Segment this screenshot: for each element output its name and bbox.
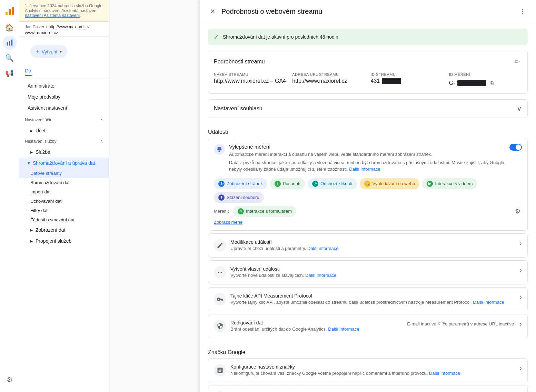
list-item-connected-tags[interactable]: Správa připojených značek webu Nahrajte … (208, 385, 528, 392)
measurement-id-value: G- ●●●●●●●●●● ⧉ (449, 78, 522, 88)
stream-details-title-row[interactable]: Podrobnosti streamu ✏ (208, 51, 527, 72)
settings-service-chevron[interactable]: ∧ (100, 139, 103, 144)
consent-title: Nastavení souhlasu (214, 105, 262, 112)
stream-id-label: ID STREAMU (371, 72, 444, 77)
create-label: Vytvořit (42, 49, 58, 54)
sidebar-item-service[interactable]: ▸ Služba (19, 147, 109, 158)
data-redaction-desc: Brání odesílání určitých dat do Google A… (230, 326, 407, 332)
em-desc2: Data z prvků na stránce, jako jsou odkaz… (229, 159, 509, 173)
info-bar: 1. července 2024 nahradila služba Google… (19, 0, 109, 22)
tag-settings-arrow-icon: › (519, 364, 522, 372)
sidebar-item-data-deletion[interactable]: Žádosti o smazání dat (19, 215, 109, 224)
chip-label-outbound: Odchozí kliknutí (320, 181, 353, 186)
stream-id-value: 431 ●●●●●● (371, 78, 444, 84)
consent-title-row[interactable]: Nastavení souhlasu ∨ (208, 100, 527, 118)
copy-measurement-id-button[interactable]: ⧉ (488, 78, 496, 88)
stream-details-panel: ✕ Podrobnosti o webovém streamu ⋮ ✓ Shro… (200, 0, 536, 392)
property-url-label: http://www.maxiorel.cz (49, 24, 90, 29)
more-options-button[interactable]: ⋮ (517, 6, 528, 17)
settings-account-chevron[interactable]: ∧ (100, 118, 103, 122)
custom-events-title: Vytvořit vlastní události (230, 266, 519, 272)
sidebar-item-data-filters[interactable]: Filtry dat (19, 206, 109, 215)
google-tag-section: Značka Google Konfigurace nastavení znač… (208, 344, 528, 392)
sidebar-item-setup-assistant[interactable]: Asistent nastavení (19, 102, 109, 113)
info-bar-text: 1. července 2024 nahradila služba Google… (25, 3, 102, 13)
sidebar-data-collect-label: Shromažďování dat (30, 180, 70, 185)
sidebar-item-data-import[interactable]: Import dat (19, 187, 109, 197)
stream-name-col: NÁZEV STREAMU http://www.maxiorel.cz – G… (214, 72, 287, 88)
nav-settings-bottom[interactable]: ⚙ (3, 373, 17, 386)
measurement-label: Měření: (214, 209, 229, 214)
tag-settings-right: › (519, 364, 522, 372)
close-button[interactable]: ✕ (208, 6, 217, 17)
em-desc: Automatické měření interakcí a obsahu na… (229, 151, 509, 158)
list-item-api-keys[interactable]: Tajné klíče API Measurement Protocol Vyt… (208, 287, 528, 311)
stream-url-value: http://www.maxiorel.cz (292, 78, 365, 84)
sidebar-item-data-view[interactable]: ▸ Zobrazení dat (19, 224, 109, 235)
chip-label-form: Interakce s formulářem (246, 209, 292, 214)
settings-account-header: Nastavení účtu (25, 118, 52, 122)
em-title: Vylepšené měření (229, 144, 509, 150)
data-redaction-link[interactable]: Další informace (328, 326, 359, 332)
measurement-settings-button[interactable]: ⚙ (514, 206, 522, 217)
event-modifications-icon (214, 239, 226, 252)
sidebar-account-label: Účet (36, 128, 46, 133)
edit-stream-button[interactable]: ✏ (513, 56, 522, 68)
tag-settings-content: Konfigurace nastavení značky Nakonfiguru… (230, 364, 519, 376)
list-item-data-redaction[interactable]: Redigování dat Brání odesílání určitých … (208, 314, 528, 338)
sidebar-item-administrator[interactable]: Administrátor (19, 80, 109, 91)
tag-settings-title: Konfigurace nastavení značky (230, 364, 519, 370)
create-button[interactable]: + Vytvořit ▾ (30, 45, 67, 58)
sidebar-item-account[interactable]: ▸ Účet (19, 125, 109, 136)
svg-rect-1 (9, 9, 11, 15)
sidebar-item-data-collection[interactable]: ▾ Shromažďování a úprava dat (19, 158, 109, 169)
nav-explore[interactable]: 🔍 (3, 51, 17, 65)
account-name-label: Jan Polzer (25, 24, 44, 29)
enhanced-measurement-icon (214, 144, 225, 155)
chip-outbound[interactable]: ↗ Odchozí kliknutí (308, 178, 357, 189)
show-less-link[interactable]: Zobrazit méně (214, 220, 242, 225)
chip-page-views[interactable]: 👁 Zobrazení stránek (214, 178, 267, 189)
custom-events-link[interactable]: Další informace (305, 273, 336, 278)
sidebar-item-preferences[interactable]: Moje předvolby (19, 91, 109, 102)
chip-icon-site-search: 🔍 (364, 181, 370, 187)
list-item-event-modifications[interactable]: Modifikace událostí Upravte příchozí udá… (208, 233, 528, 258)
custom-events-desc: Vytvořte nové události ze stávajících. D… (230, 272, 519, 279)
em-link[interactable]: Další informace (349, 167, 380, 172)
chip-label-file-download: Stažení souboru (227, 195, 259, 200)
sidebar-data-filters-label: Filtry dat (30, 208, 48, 213)
chip-video[interactable]: ▶ Interakce s videem (422, 178, 477, 189)
event-modifications-link[interactable]: Další informace (307, 246, 338, 251)
google-tag-header: Značka Google (208, 344, 528, 358)
sidebar-item-label: Administrátor (28, 83, 56, 89)
sidebar-item-data-streams[interactable]: Datové streamy (19, 169, 109, 178)
chip-scroll[interactable]: ↕ Posunutí (270, 178, 305, 189)
create-arrow-icon: ▾ (60, 49, 62, 54)
sidebar-item-service-links[interactable]: ▸ Propojení služeb (19, 235, 109, 247)
list-item-tag-settings[interactable]: Konfigurace nastavení značky Nakonfiguru… (208, 358, 528, 382)
tag-settings-link[interactable]: Další informace (429, 371, 460, 376)
svg-rect-3 (7, 42, 8, 46)
nav-reports[interactable] (3, 36, 17, 50)
em-header: Vylepšené měření Automatické měření inte… (214, 144, 522, 174)
api-keys-link[interactable]: Další informace (473, 300, 504, 305)
enhanced-measurement-toggle[interactable] (509, 144, 522, 151)
chip-site-search[interactable]: 🔍 Vyhledávání na webu (360, 178, 420, 189)
data-redaction-content: Redigování dat Brání odesílání určitých … (230, 320, 407, 332)
sidebar-data-streams-label: Datové streamy (30, 171, 62, 176)
data-redaction-meta: E-mail inactive Klíče parametrů v adrese… (407, 321, 514, 326)
settings-account-section: Nastavení účtu ∧ ▸ Účet (19, 115, 109, 136)
enhanced-measurement-box: Vylepšené měření Automatické měření inte… (208, 138, 528, 231)
chip-form-interaction[interactable]: ✎ Interakce s formulářem (233, 206, 296, 217)
nav-advertising[interactable]: 📢 (3, 66, 17, 80)
data-redaction-icon (214, 320, 226, 332)
chip-icon-file-download: ⬇ (218, 194, 225, 201)
nav-home[interactable]: 🏠 (3, 21, 17, 34)
sidebar-item-data-retention[interactable]: Uchovávání dat (19, 197, 109, 206)
sidebar-item-data-collect[interactable]: Shromažďování dat (19, 178, 109, 187)
list-item-custom-events[interactable]: Vytvořit vlastní události Vytvořte nové … (208, 260, 528, 284)
chip-label-page-views: Zobrazení stránek (227, 181, 263, 186)
chip-file-download[interactable]: ⬇ Stažení souboru (214, 192, 264, 203)
info-bar-link[interactable]: nastavení Asistenta nastavení (25, 13, 80, 18)
stream-details-grid: NÁZEV STREAMU http://www.maxiorel.cz – G… (208, 72, 527, 93)
